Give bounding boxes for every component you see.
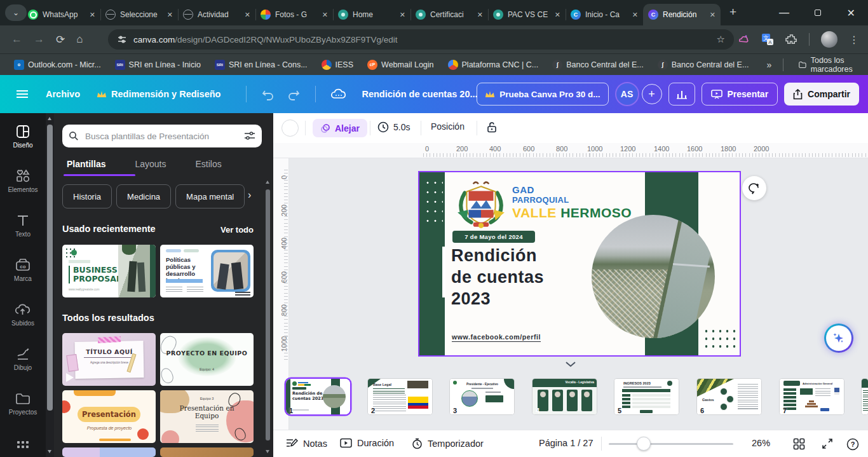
page-indicator[interactable]: Página 1 / 27 [539, 438, 593, 448]
sidebar-item-apps[interactable] [0, 439, 46, 457]
user-avatar[interactable]: AS [615, 82, 639, 106]
filmstrip-page-2[interactable]: Base Legal 2 [368, 379, 432, 414]
window-maximize-button[interactable] [815, 10, 821, 16]
duration-panel-button[interactable]: Duración [340, 438, 394, 448]
sidebar-item-diseno[interactable]: Diseño [0, 123, 46, 160]
extensions-icon[interactable] [785, 34, 797, 46]
lock-button[interactable] [487, 121, 497, 133]
tab-close-icon[interactable]: ✕ [167, 11, 173, 19]
scroll-up-arrow[interactable] [266, 181, 269, 184]
scrollbar-thumb[interactable] [47, 125, 53, 411]
bookmark-item[interactable]: SRISRI en Línea - Cons... [215, 60, 308, 70]
browser-tab[interactable]: Actividad✕ [178, 4, 255, 25]
url-bar[interactable]: canva.com/design/DAGDcedI2RQ/NWuxPUboZBy… [108, 29, 734, 50]
bookmark-item[interactable]: SRISRI en Línea - Inicio [115, 60, 201, 70]
scroll-up-arrow[interactable] [48, 117, 51, 120]
help-button[interactable]: ? [846, 438, 859, 451]
filmstrip-page-8-partial[interactable] [862, 379, 868, 414]
tab-estilos[interactable]: Estilos [196, 159, 222, 169]
filmstrip-page-1[interactable]: Rendición de cuentas 2023 1 [286, 379, 350, 414]
slide-title[interactable]: Rendición de cuentas 2023 [451, 245, 610, 310]
sidebar-item-dibujo[interactable]: Dibujo [0, 346, 46, 383]
chip-historia[interactable]: Historia [62, 184, 112, 208]
browser-tab[interactable]: PAC VS CE✕ [488, 4, 566, 25]
canva-assistant-button[interactable] [824, 324, 853, 353]
present-button[interactable]: Presentar [702, 83, 778, 106]
see-all-link[interactable]: Ver todo [220, 225, 254, 235]
sidebar-item-texto[interactable]: Texto [0, 212, 46, 249]
tab-layouts[interactable]: Layouts [135, 159, 166, 169]
template-presentacion-en-equipo[interactable]: Equipo 3 Presentación en Equipo [160, 390, 254, 443]
sidebar-item-marca[interactable]: co Marca [0, 257, 46, 294]
bookmarks-overflow-button[interactable]: » [766, 60, 771, 70]
browser-tab[interactable]: Home✕ [333, 4, 410, 25]
bookmark-item[interactable]: ʃBanco Central del E... [658, 60, 749, 70]
scroll-down-arrow[interactable] [266, 450, 269, 453]
sidebar-item-subidos[interactable]: Subidos [0, 301, 46, 338]
animation-button[interactable]: Alejar [313, 119, 367, 137]
tab-close-icon[interactable]: ✕ [400, 11, 405, 19]
chip-mapa-mental[interactable]: Mapa mental [175, 184, 245, 208]
new-tab-button[interactable]: + [729, 5, 736, 19]
template-business-proposal[interactable]: BUSINESS PROPOSAL www.reallygreatsite.co… [62, 245, 156, 297]
bookmark-item[interactable]: ʃBanco Central del E... [552, 60, 644, 70]
template-thumbnail-partial[interactable] [160, 447, 254, 457]
undo-icon[interactable] [261, 88, 275, 100]
redo-icon[interactable] [287, 88, 301, 100]
sidebar-item-elementos[interactable]: Elementos [0, 168, 46, 205]
rail-scrollbar[interactable] [46, 113, 54, 457]
bookmark-item[interactable]: cPWebmail Login [367, 60, 433, 70]
all-bookmarks-button[interactable]: Todos los marcadores [799, 56, 868, 74]
browser-labs-icon[interactable] [737, 33, 750, 46]
timer-button[interactable]: Temporizador [412, 438, 484, 449]
collapse-filmstrip-button[interactable] [558, 359, 583, 369]
window-close-button[interactable]: ✕ [846, 7, 855, 19]
browser-profile-avatar[interactable] [821, 31, 837, 48]
filmstrip-page-6[interactable]: Gastos 6 [697, 379, 761, 414]
tab-close-icon[interactable]: ✕ [245, 11, 250, 19]
browser-tab[interactable]: Certificaci✕ [410, 4, 488, 25]
canva-pro-trial-button[interactable]: Prueba Canva Pro 30 d... [477, 83, 608, 106]
search-input[interactable] [84, 131, 239, 142]
template-thumbnail-partial[interactable] [62, 447, 156, 457]
document-title[interactable]: Rendición de cuentas 20... [362, 89, 477, 99]
tab-plantillas[interactable]: Plantillas [67, 159, 105, 169]
facebook-url[interactable]: www.facebook.com/perfil [452, 333, 541, 342]
bookmark-item[interactable]: Plataforma CNC | C... [448, 60, 539, 70]
bookmark-star-icon[interactable]: ☆ [717, 34, 725, 45]
tab-close-icon[interactable]: ✕ [322, 11, 328, 19]
zoom-slider-track[interactable] [609, 443, 733, 445]
back-icon[interactable]: ← [11, 33, 22, 46]
tab-close-icon[interactable]: ✕ [555, 11, 560, 19]
template-politicas-publicas[interactable]: Políticas públicas y desarrollo local [160, 245, 254, 297]
template-search[interactable] [62, 125, 262, 147]
filter-icon[interactable] [244, 131, 255, 141]
fullscreen-button[interactable] [822, 438, 833, 449]
tab-close-icon[interactable]: ✕ [632, 11, 638, 19]
browser-tab[interactable]: Fotos - G✕ [255, 4, 333, 25]
chips-scroll-right-icon[interactable]: › [248, 189, 251, 201]
chip-medicina[interactable]: Medicina [116, 184, 171, 208]
tab-close-icon[interactable]: ✕ [710, 11, 715, 19]
add-member-button[interactable]: + [642, 84, 662, 104]
share-button[interactable]: Compartir [784, 83, 859, 106]
org-name[interactable]: GAD PARROQUIAL VALLE HERMOSO [512, 185, 632, 219]
scrollbar-thumb[interactable] [266, 189, 270, 440]
tab-close-icon[interactable]: ✕ [477, 11, 483, 19]
filmstrip-page-7[interactable]: Administración General 7 [780, 379, 844, 414]
notes-button[interactable]: Notas [286, 438, 327, 449]
translate-icon[interactable]: 文A [761, 33, 774, 46]
insights-button[interactable] [668, 83, 695, 106]
slide-page-1[interactable]: GAD PARROQUIAL VALLE HERMOSO 7 de Mayo d… [418, 171, 741, 357]
filmstrip-page-5[interactable]: INGRESOS 2023 5 [614, 379, 679, 414]
resize-menu[interactable]: Redimensión y Rediseño [97, 89, 220, 99]
filmstrip-page-3[interactable]: Presidente - Ejecutivo 3 [450, 379, 514, 414]
template-presentacion-propuesta[interactable]: Presentación Propuesta de proyecto [62, 390, 156, 443]
scroll-down-arrow[interactable] [48, 450, 51, 453]
tab-close-icon[interactable]: ✕ [90, 11, 95, 19]
browser-menu-icon[interactable]: ⋮ [849, 34, 859, 46]
zoom-slider-thumb[interactable] [637, 437, 651, 451]
site-settings-icon[interactable] [117, 34, 127, 44]
browser-tab-active[interactable]: CRendición✕ [643, 4, 721, 25]
browser-tab[interactable]: Seleccione✕ [100, 4, 178, 25]
